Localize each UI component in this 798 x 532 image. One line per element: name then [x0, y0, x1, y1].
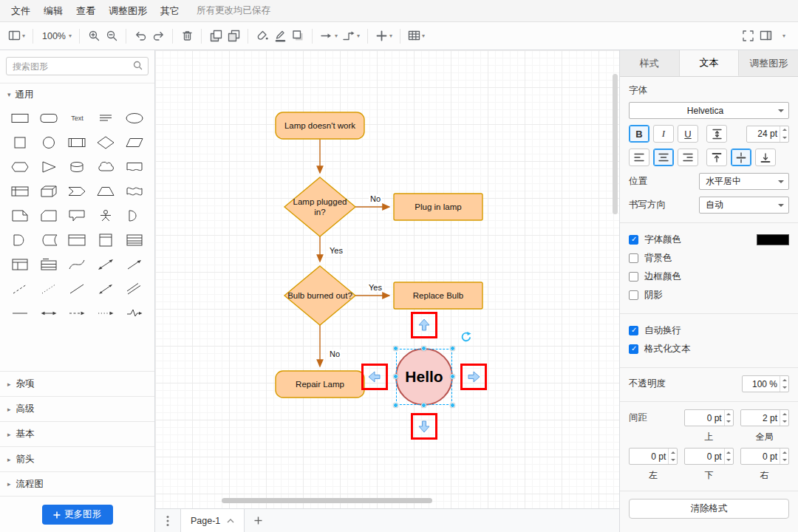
collapse-panel-button[interactable]: ▾	[774, 27, 792, 46]
shape-zigzag-connector[interactable]	[120, 304, 149, 323]
insert-button[interactable]: ▾	[373, 27, 395, 46]
menu-file[interactable]: 文件	[4, 0, 37, 22]
resize-handle-left[interactable]	[393, 374, 398, 379]
underline-button[interactable]: U	[678, 125, 698, 143]
edge-label-no2[interactable]: No	[328, 349, 341, 358]
shape-trapezoid[interactable]	[92, 182, 120, 201]
valign-middle-button[interactable]	[731, 149, 751, 166]
section-misc[interactable]: ▸ 杂项	[0, 371, 154, 396]
stepper-down-icon[interactable]	[780, 134, 788, 142]
shape-cylinder[interactable]	[63, 157, 92, 177]
shape-link[interactable]	[120, 279, 149, 299]
section-general[interactable]: ▾ 通用	[0, 83, 154, 106]
shape-step[interactable]	[63, 182, 92, 201]
resize-handle-bottom-left[interactable]	[393, 403, 398, 408]
shape-dotted-connector[interactable]	[92, 304, 120, 323]
shadow-checkbox[interactable]	[629, 290, 638, 300]
shape-cube[interactable]	[35, 182, 64, 201]
font-size-input[interactable]: 24 pt	[746, 126, 789, 143]
shape-actor[interactable]	[92, 206, 120, 225]
shape-or[interactable]	[120, 206, 149, 225]
node-decision2-label[interactable]: Bulb burned out?	[287, 270, 353, 321]
line-height-button[interactable]	[706, 125, 727, 143]
shape-container[interactable]	[63, 231, 92, 250]
direction-arrow-right-icon[interactable]	[466, 369, 481, 384]
font-family-select[interactable]: Helvetica	[629, 102, 789, 119]
resize-handle-top[interactable]	[421, 346, 426, 351]
font-color-checkbox[interactable]	[629, 235, 638, 245]
menu-arrange[interactable]: 调整图形	[102, 0, 154, 22]
tab-style[interactable]: 样式	[620, 50, 680, 76]
shape-process[interactable]	[63, 133, 92, 152]
clear-formatting-button[interactable]: 清除格式	[629, 499, 789, 519]
opacity-input[interactable]: 100 %	[742, 375, 789, 392]
italic-button[interactable]: I	[653, 125, 674, 143]
node-decision1-label[interactable]: Lamp plugged in?	[287, 181, 353, 233]
font-size-steppers[interactable]	[780, 126, 788, 142]
stepper-up-icon[interactable]	[780, 376, 788, 384]
menu-view[interactable]: 查看	[69, 0, 102, 22]
add-page-button[interactable]	[245, 509, 271, 532]
page-tab[interactable]: Page-1	[180, 509, 245, 532]
direction-arrow-left-icon[interactable]	[367, 369, 382, 384]
border-color-checkbox[interactable]	[629, 272, 638, 282]
shape-hexagon[interactable]	[6, 157, 35, 177]
direction-arrow-down-icon[interactable]	[417, 419, 432, 434]
shape-dashed-line[interactable]	[6, 279, 35, 299]
shape-callout[interactable]	[63, 206, 92, 225]
redo-button[interactable]	[149, 27, 167, 46]
resize-handle-bottom[interactable]	[421, 403, 426, 408]
connection-style-button[interactable]: ▾	[318, 27, 340, 46]
shape-text[interactable]: Text	[63, 109, 92, 128]
valign-top-button[interactable]	[706, 149, 727, 166]
rotate-handle-icon[interactable]	[460, 331, 471, 343]
opacity-steppers[interactable]	[780, 376, 788, 392]
spacing-bottom-input[interactable]: 0 pt	[684, 448, 733, 465]
horizontal-scrollbar[interactable]	[222, 498, 432, 503]
background-color-checkbox[interactable]	[629, 253, 638, 263]
shape-bidirectional-arrow[interactable]	[92, 255, 120, 274]
menu-edit[interactable]: 编辑	[37, 0, 69, 22]
zoom-in-button[interactable]	[85, 27, 103, 46]
shape-parallelogram[interactable]	[120, 133, 149, 152]
edge-label-yes1[interactable]: Yes	[328, 246, 344, 255]
undo-button[interactable]	[132, 27, 149, 46]
shape-list[interactable]	[120, 231, 149, 250]
align-center-button[interactable]	[653, 149, 674, 166]
shape-cloud[interactable]	[92, 157, 120, 177]
shape-internal-storage[interactable]	[6, 182, 35, 201]
shadow-button[interactable]	[289, 27, 307, 46]
line-color-button[interactable]	[271, 27, 289, 46]
shape-dashed-connector[interactable]	[63, 304, 92, 323]
stepper-down-icon[interactable]	[780, 384, 788, 392]
shape-titled-list[interactable]	[35, 255, 64, 274]
section-flowchart[interactable]: ▸ 流程图	[0, 471, 154, 497]
align-right-button[interactable]	[678, 149, 698, 166]
menu-extras[interactable]: 其它	[154, 0, 186, 22]
spacing-right-input[interactable]: 0 pt	[740, 448, 789, 465]
resize-handle-top-left[interactable]	[393, 346, 398, 351]
bold-button[interactable]: B	[629, 125, 649, 143]
shape-textbox[interactable]	[92, 109, 120, 128]
position-select[interactable]: 水平居中	[699, 173, 789, 190]
fill-color-button[interactable]	[253, 27, 271, 46]
shape-diamond[interactable]	[92, 133, 120, 152]
section-arrows[interactable]: ▸ 箭头	[0, 446, 154, 471]
direction-arrow-up-icon[interactable]	[417, 318, 432, 332]
shape-horizontal-line[interactable]	[6, 304, 35, 323]
node-action2-label[interactable]: Replace Bulb	[394, 282, 482, 309]
shape-vertical-container[interactable]	[92, 231, 120, 250]
tab-arrange[interactable]: 调整图形	[739, 50, 798, 76]
shape-rectangle[interactable]	[6, 109, 35, 128]
view-panels-button[interactable]: ▾	[6, 27, 27, 46]
shape-circle[interactable]	[35, 133, 64, 152]
tab-text[interactable]: 文本	[680, 50, 740, 76]
spacing-left-input[interactable]: 0 pt	[629, 448, 678, 465]
shape-table[interactable]	[6, 255, 35, 274]
pages-menu-button[interactable]	[155, 509, 180, 532]
font-color-swatch[interactable]	[757, 234, 789, 245]
resize-handle-top-right[interactable]	[450, 346, 455, 351]
shape-and[interactable]	[6, 231, 35, 250]
word-wrap-checkbox[interactable]	[629, 326, 638, 335]
resize-handle-bottom-right[interactable]	[450, 403, 455, 408]
